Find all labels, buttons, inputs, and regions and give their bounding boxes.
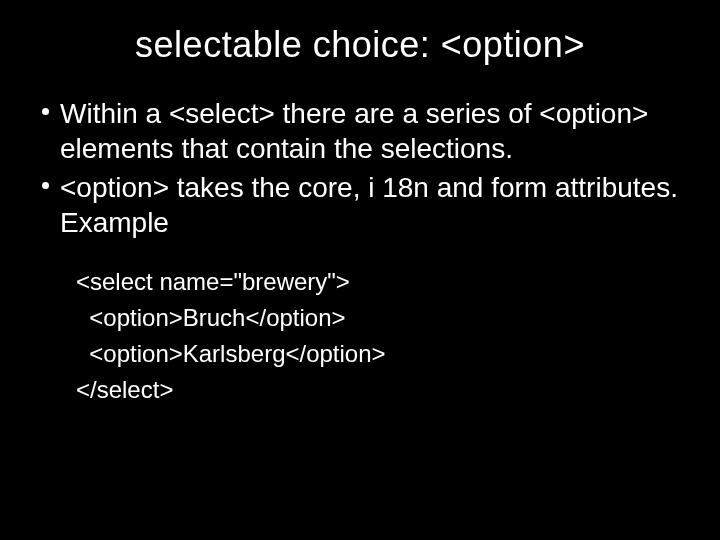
bullet-text: Within a <select> there are a series of … [60,96,680,166]
code-example: <select name="brewery"> <option>Bruch</o… [30,264,680,408]
bullet-text: <option> takes the core, i 18n and form … [60,170,680,240]
code-line: <option>Bruch</option> [76,300,680,336]
code-line: </select> [76,372,680,408]
code-line: <select name="brewery"> [76,264,680,300]
bullet-item: Within a <select> there are a series of … [30,96,680,166]
bullet-dot-icon [30,170,60,189]
slide-body: Within a <select> there are a series of … [0,96,720,408]
bullet-dot-icon [30,96,60,115]
slide: selectable choice: <option> Within a <se… [0,0,720,540]
code-line: <option>Karlsberg</option> [76,336,680,372]
slide-title: selectable choice: <option> [0,0,720,96]
bullet-item: <option> takes the core, i 18n and form … [30,170,680,240]
